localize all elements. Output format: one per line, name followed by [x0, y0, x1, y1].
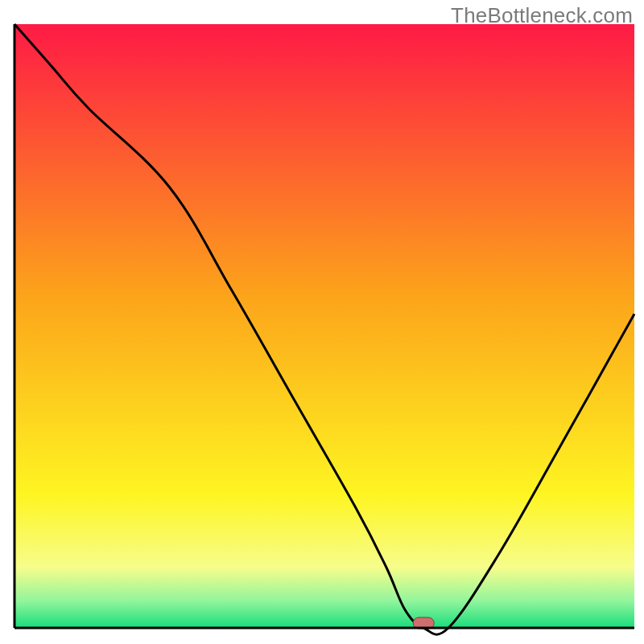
plot-background [14, 24, 634, 628]
bottleneck-chart [0, 0, 644, 644]
chart-stage: TheBottleneck.com [0, 0, 644, 644]
watermark-text: TheBottleneck.com [451, 3, 633, 28]
